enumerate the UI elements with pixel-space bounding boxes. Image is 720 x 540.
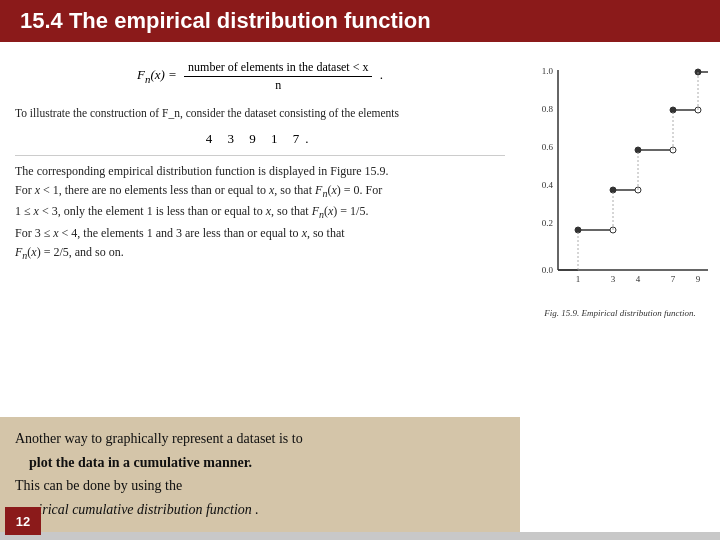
para2-line5: Fn(x) = 2/5, and so on. xyxy=(15,243,505,264)
highlight-line2: plot the data in a cumulative manner. xyxy=(15,455,252,470)
formula-block: Fn(x) = number of elements in the datase… xyxy=(15,60,505,93)
graph-caption: Fig. 15.9. Empirical distribution functi… xyxy=(528,308,713,318)
title-bar: 15.4 The empirical distribution function xyxy=(0,0,720,42)
svg-text:0.4: 0.4 xyxy=(541,180,553,190)
graph-container: 1.0 0.8 0.6 0.4 0.2 0.0 1 3 4 7 9 xyxy=(528,60,713,300)
left-panel: Fn(x) = number of elements in the datase… xyxy=(0,42,520,532)
svg-text:0.0: 0.0 xyxy=(541,265,553,275)
formula-numerator: number of elements in the dataset < x xyxy=(184,60,372,77)
svg-text:9: 9 xyxy=(695,274,700,284)
formula-period: . xyxy=(380,67,383,82)
para2-line4: For 3 ≤ x < 4, the elements 1 and 3 are … xyxy=(15,224,505,243)
svg-text:1.0: 1.0 xyxy=(541,66,553,76)
para2-line2: For x < 1, there are no elements less th… xyxy=(15,181,505,202)
formula-lhs: Fn(x) = xyxy=(137,67,180,82)
para2-line1: The corresponding empirical distribution… xyxy=(15,162,505,181)
empirical-distribution-graph: 1.0 0.8 0.6 0.4 0.2 0.0 1 3 4 7 9 xyxy=(528,60,713,300)
page-number-badge: 12 xyxy=(5,507,41,535)
highlight-line4: empirical cumulative distribution functi… xyxy=(15,502,259,517)
para2-line3: 1 ≤ x < 3, only the element 1 is less th… xyxy=(15,202,505,223)
paragraph2: The corresponding empirical distribution… xyxy=(15,162,505,265)
highlight-line1: Another way to graphically represent a d… xyxy=(15,431,303,446)
paragraph1: To illustrate the construction of F_n, c… xyxy=(15,105,505,123)
divider xyxy=(15,155,505,156)
dataset-values: 4 3 9 1 7. xyxy=(206,131,315,146)
svg-text:0.2: 0.2 xyxy=(541,218,552,228)
highlight-text: Another way to graphically represent a d… xyxy=(15,427,505,522)
title-text: 15.4 The empirical distribution function xyxy=(20,8,431,33)
content-area: Fn(x) = number of elements in the datase… xyxy=(0,42,720,532)
paragraph1-text: To illustrate the construction of F_n, c… xyxy=(15,107,399,119)
svg-text:0.6: 0.6 xyxy=(541,142,553,152)
highlight-box: Another way to graphically represent a d… xyxy=(0,417,520,532)
svg-text:7: 7 xyxy=(670,274,675,284)
highlight-line3: This can be done by using the xyxy=(15,478,182,493)
svg-text:4: 4 xyxy=(635,274,640,284)
formula-denominator: n xyxy=(271,77,285,93)
svg-text:1: 1 xyxy=(575,274,580,284)
formula-fraction: number of elements in the dataset < x n xyxy=(184,60,372,93)
slide-container: 15.4 The empirical distribution function… xyxy=(0,0,720,540)
page-number: 12 xyxy=(16,514,30,529)
dataset-line: 4 3 9 1 7. xyxy=(15,131,505,147)
right-panel: 1.0 0.8 0.6 0.4 0.2 0.0 1 3 4 7 9 xyxy=(520,42,720,532)
svg-text:3: 3 xyxy=(610,274,615,284)
svg-text:0.8: 0.8 xyxy=(541,104,553,114)
